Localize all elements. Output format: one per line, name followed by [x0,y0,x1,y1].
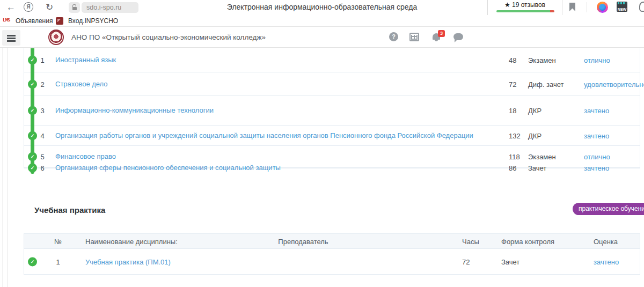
completed-check-icon [28,106,37,115]
control-form: ДКР [528,107,541,115]
disciplines-table: 1 Иностранный язык 48 Экзамен отлично 2 … [24,48,640,168]
table-row: 1 Учебная практика (ПМ.01) 72 Зачет зачт… [24,249,640,274]
yandex-browser-icon[interactable]: Я [24,2,33,12]
extension-hand-icon[interactable] [639,2,644,12]
address-bar[interactable]: sdo.i-spo.ru [82,2,138,13]
college-title: АНО ПО «Открытый социально-экономический… [71,33,266,41]
college-logo[interactable] [48,30,64,45]
header-num: № [54,237,62,245]
tab-title: Электронная информационно-образовательна… [188,3,456,11]
screen: ← Я ↻ sdo.i-spo.ru Электронная информаци… [0,0,644,287]
discipline-link[interactable]: Финансовое право [55,151,479,162]
section-title: Учебная практика [34,205,105,215]
crest-favicon [56,17,63,25]
control-form: Зачет [501,257,519,266]
control-form: Зачет [528,164,546,172]
discipline-link[interactable]: Организация сферы пенсионного обеспечени… [55,163,479,173]
table-header-row: № Наименование дисциплины: Преподаватель… [24,234,640,249]
row-number: 6 [38,164,47,172]
completed-check-icon [28,131,37,140]
app-header: АНО ПО «Открытый социально-экономический… [0,27,644,48]
row-number: 1 [54,257,62,266]
help-icon[interactable] [389,32,398,41]
row-number: 3 [38,107,47,115]
browser-toolbar: ← Я ↻ sdo.i-spo.ru Электронная информаци… [0,0,644,15]
reviews-rating-bar [496,10,554,12]
hours-value: 48 [509,56,516,64]
row-number: 2 [38,80,47,88]
row-number: 5 [38,153,47,161]
secure-lock-chip[interactable] [69,2,80,13]
practice-badge: практическое обучение [573,203,644,215]
practice-table: № Наименование дисциплины: Преподаватель… [24,233,640,275]
grade-link[interactable]: отлично [584,153,610,161]
row-number: 1 [38,56,47,64]
grade-link[interactable]: зачтено [584,107,609,115]
table-row: 3 Информационно-коммуникационные техноло… [24,96,640,126]
back-icon[interactable]: ← [6,1,16,14]
completed-check-icon [28,79,37,89]
hours-value: 72 [509,80,516,88]
completed-check-icon [28,164,37,173]
hours-value: 72 [462,257,470,266]
notifications-count-badge: 3 [438,30,445,37]
toolbar-divider [587,2,587,12]
reviews-button[interactable]: ★ 19 отзывов [487,0,562,15]
completed-check-icon [28,56,37,65]
new-badge-label: NEW [617,8,627,11]
table-row: 2 Страховое дело 72 Диф. зачет удовлетво… [24,72,640,96]
grade-link[interactable]: удовлетворительно [584,80,644,88]
header-teacher: Преподаватель [228,237,378,245]
grade-link[interactable]: зачтено [584,131,609,139]
hours-value: 18 [509,107,516,115]
bookmark-flag-icon[interactable] [569,3,575,11]
control-form: ДКР [528,131,541,139]
discipline-link[interactable]: Информационно-коммуникационные технологи… [55,105,479,116]
extension-new-icon[interactable]: NEW [617,2,627,12]
header-control: Форма контроля [501,237,554,245]
reload-icon[interactable]: ↻ [46,1,53,14]
header-hours: Часы [462,237,479,245]
completed-check-icon [28,152,37,161]
header-discipline: Наименование дисциплины: [85,237,178,245]
menu-hamburger-button[interactable] [2,30,20,46]
discipline-link[interactable]: Иностранный язык [55,55,479,65]
row-number: 4 [38,131,47,139]
bookmark-announcements[interactable]: Объявления [16,17,53,25]
table-row: 1 Иностранный язык 48 Экзамен отлично [24,48,640,72]
calendar-icon[interactable] [409,33,419,41]
discipline-link[interactable]: Учебная практика (ПМ.01) [85,257,171,266]
bookmark-login-inpsycho[interactable]: Вход.INPSYCHO [68,17,118,25]
main-content: 1 Иностранный язык 48 Экзамен отлично 2 … [0,48,644,287]
grade-link[interactable]: зачтено [584,164,609,172]
header-grade: Оценка [594,237,618,245]
lock-icon [72,7,77,10]
page-edge-divider [7,48,8,287]
hours-value: 86 [509,164,516,172]
hours-value: 118 [509,153,520,161]
completed-check-icon [28,257,37,266]
table-row: 4 Организация работы органов и учреждени… [24,126,640,146]
control-form: Экзамен [528,153,556,161]
hours-value: 132 [509,131,521,139]
grade-link[interactable]: зачтено [594,257,619,266]
control-form: Диф. зачет [528,80,564,88]
discipline-link[interactable]: Организация работы органов и учреждений … [55,130,479,141]
page-edge-divider [2,48,3,287]
messages-icon[interactable] [453,33,463,40]
lms-favicon: LMS [3,18,10,23]
extension-color-icon[interactable] [597,2,608,13]
bookmarks-bar: LMS Объявления Вход.INPSYCHO [0,15,644,27]
grade-link[interactable]: отлично [584,56,610,64]
reviews-label: ★ 19 отзывов [488,1,562,9]
discipline-link[interactable]: Страховое дело [55,79,479,90]
control-form: Экзамен [528,56,556,64]
